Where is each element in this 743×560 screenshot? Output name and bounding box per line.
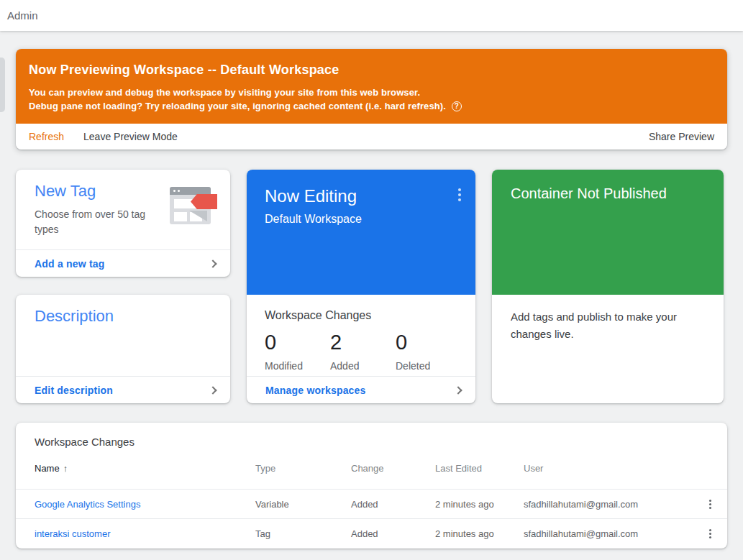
- row-kebab-menu-icon[interactable]: [707, 497, 714, 511]
- refresh-button[interactable]: Refresh: [29, 131, 64, 142]
- now-editing-card: Now Editing Default Workspace Workspace …: [247, 170, 475, 403]
- not-published-body: Add tags and publish to make your change…: [492, 295, 724, 343]
- workspace-changes-summary: Workspace Changes 0 Modified 2 Added 0 D…: [247, 295, 475, 376]
- now-editing-workspace-name: Default Workspace: [265, 213, 464, 226]
- workspace-changes-heading: Workspace Changes: [265, 309, 475, 322]
- row-type: Tag: [255, 528, 351, 539]
- row-type: Variable: [255, 499, 351, 510]
- kebab-menu-icon[interactable]: [457, 187, 462, 203]
- column-header-user[interactable]: User: [524, 463, 693, 474]
- edit-description-button[interactable]: Edit description: [16, 376, 230, 403]
- preview-action-bar: Refresh Leave Preview Mode Share Preview: [16, 124, 727, 150]
- row-change: Added: [351, 499, 435, 510]
- add-new-tag-button[interactable]: Add a new tag: [16, 249, 230, 277]
- table-header-row: Name ↑ Type Change Last Edited User: [16, 448, 727, 489]
- banner-line1: You can preview and debug the workspace …: [29, 86, 714, 99]
- chevron-right-icon: [209, 386, 216, 394]
- not-published-title: Container Not Published: [511, 185, 667, 201]
- not-published-header: Container Not Published: [492, 170, 724, 295]
- left-edge-notch: [0, 58, 5, 112]
- cards-column-left: New Tag Choose from over 50 tag types Ad…: [16, 170, 230, 403]
- column-header-last-edited[interactable]: Last Edited: [435, 463, 524, 474]
- row-user: sfadhillahutami@gmail.com: [524, 528, 693, 539]
- share-preview-button[interactable]: Share Preview: [649, 131, 714, 142]
- row-change: Added: [351, 528, 435, 539]
- column-header-change[interactable]: Change: [351, 463, 435, 474]
- stat-deleted: 0 Deleted: [396, 331, 461, 372]
- sort-ascending-icon: ↑: [63, 463, 68, 474]
- nav-admin-tab[interactable]: Admin: [7, 9, 38, 22]
- container-not-published-card: Container Not Published Add tags and pub…: [492, 170, 724, 403]
- table-title: Workspace Changes: [16, 423, 727, 448]
- description-card: Description Edit description: [16, 295, 230, 403]
- now-editing-title: Now Editing: [265, 186, 464, 206]
- description-title: Description: [35, 307, 219, 326]
- preview-banner-block: Now Previewing Workspace -- Default Work…: [16, 49, 727, 150]
- new-tag-icon: [170, 185, 217, 226]
- row-name-link[interactable]: Google Analytics Settings: [35, 499, 255, 510]
- chevron-right-icon: [209, 260, 216, 267]
- help-icon[interactable]: ?: [452, 101, 462, 111]
- cards-grid: New Tag Choose from over 50 tag types Ad…: [16, 170, 727, 403]
- stat-modified: 0 Modified: [265, 331, 330, 372]
- banner-line2: Debug pane not loading? Try reloading yo…: [29, 99, 446, 113]
- table-row: Google Analytics Settings Variable Added…: [16, 489, 727, 518]
- column-header-name[interactable]: Name ↑: [35, 463, 255, 474]
- stat-added: 2 Added: [330, 331, 396, 372]
- row-kebab-menu-icon[interactable]: [707, 527, 714, 541]
- leave-preview-mode-button[interactable]: Leave Preview Mode: [83, 131, 178, 142]
- table-row: interaksi customer Tag Added 2 minutes a…: [16, 518, 727, 548]
- now-editing-header: Now Editing Default Workspace: [247, 170, 475, 295]
- row-last-edited: 2 minutes ago: [435, 528, 524, 539]
- row-name-link[interactable]: interaksi customer: [35, 528, 255, 539]
- row-last-edited: 2 minutes ago: [435, 499, 524, 510]
- new-tag-subtitle: Choose from over 50 tag types: [35, 207, 150, 237]
- chevron-right-icon: [454, 386, 462, 394]
- workspace-changes-table-card: Workspace Changes Name ↑ Type Change Las…: [16, 423, 727, 548]
- banner-title: Now Previewing Workspace -- Default Work…: [29, 63, 714, 78]
- column-header-type[interactable]: Type: [255, 463, 351, 474]
- row-user: sfadhillahutami@gmail.com: [524, 499, 693, 510]
- top-nav-bar: Admin: [0, 0, 743, 31]
- manage-workspaces-button[interactable]: Manage workspaces: [247, 376, 475, 403]
- new-tag-card: New Tag Choose from over 50 tag types Ad…: [16, 170, 230, 277]
- preview-banner: Now Previewing Workspace -- Default Work…: [16, 49, 727, 124]
